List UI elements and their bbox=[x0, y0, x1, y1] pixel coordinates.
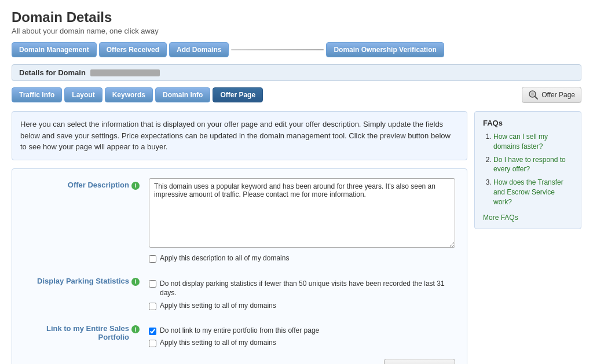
parking-stats-label: Display Parking Statistics i bbox=[24, 274, 140, 286]
parking-stats-label2: Apply this setting to all of my domains bbox=[160, 302, 276, 310]
page-wrapper: Domain Details All about your domain nam… bbox=[0, 0, 593, 364]
link-portfolio-checkbox2[interactable] bbox=[149, 340, 156, 347]
faq-link-2[interactable]: Do I have to respond to every offer? bbox=[493, 156, 566, 174]
parking-stats-row: Display Parking Statistics i Do not disp… bbox=[24, 274, 455, 311]
nav-btn-offers-received[interactable]: Offers Received bbox=[99, 42, 167, 57]
save-row: Save Changes bbox=[24, 359, 455, 364]
nav-btn-domain-management[interactable]: Domain Management bbox=[12, 42, 97, 57]
info-box: Here you can select the information that… bbox=[12, 111, 467, 160]
top-nav: Domain Management Offers Received Add Do… bbox=[12, 42, 581, 57]
info-box-text: Here you can select the information that… bbox=[20, 120, 451, 151]
offer-description-apply-all-label: Apply this description to all of my doma… bbox=[160, 254, 289, 262]
left-content: Here you can select the information that… bbox=[12, 111, 467, 364]
offer-description-label: Offer Description i bbox=[24, 178, 140, 190]
nav-btn-domain-ownership[interactable]: Domain Ownership Verification bbox=[326, 42, 444, 57]
parking-stats-info-icon[interactable]: i bbox=[131, 278, 140, 286]
faq-panel: FAQs How can I sell my domains faster? D… bbox=[474, 111, 581, 229]
parking-stats-checkbox2[interactable] bbox=[149, 303, 156, 310]
tab-keywords[interactable]: Keywords bbox=[105, 87, 153, 102]
parking-stats-checkbox1-row: Do not display parking statistics if few… bbox=[149, 279, 455, 299]
page-title: Domain Details bbox=[12, 9, 581, 25]
link-portfolio-label2: Apply this setting to all of my domains bbox=[160, 339, 276, 347]
svg-line-1 bbox=[535, 97, 538, 100]
parking-stats-label1: Do not display parking statistics if few… bbox=[160, 279, 455, 299]
faq-item-1: How can I sell my domains faster? bbox=[493, 132, 573, 152]
link-portfolio-checkbox1[interactable] bbox=[149, 328, 156, 335]
parking-stats-controls: Do not display parking statistics if few… bbox=[149, 274, 455, 311]
magnifier-icon bbox=[528, 90, 539, 100]
offer-description-controls: This domain uses a popular keyword and h… bbox=[149, 178, 455, 263]
form-panel: Offer Description i This domain uses a p… bbox=[12, 168, 467, 365]
faq-link-1[interactable]: How can I sell my domains faster? bbox=[493, 133, 548, 150]
nav-divider bbox=[231, 49, 324, 50]
domain-details-bar: Details for Domain bbox=[12, 64, 581, 81]
link-portfolio-checkbox1-row: Do not link to my entire portfolio from … bbox=[149, 326, 455, 335]
link-portfolio-controls: Do not link to my entire portfolio from … bbox=[149, 322, 455, 347]
faq-list: How can I sell my domains faster? Do I h… bbox=[483, 132, 573, 207]
faq-title: FAQs bbox=[483, 119, 573, 127]
link-portfolio-checkbox2-row: Apply this setting to all of my domains bbox=[149, 339, 455, 347]
offer-description-textarea[interactable]: This domain uses a popular keyword and h… bbox=[149, 178, 455, 248]
page-header: Domain Details All about your domain nam… bbox=[12, 9, 581, 35]
save-changes-button[interactable]: Save Changes bbox=[384, 359, 455, 364]
secondary-tabs: Traffic Info Layout Keywords Domain Info… bbox=[12, 87, 581, 103]
offer-page-preview-label: Offer Page bbox=[541, 91, 575, 99]
offer-description-info-icon[interactable]: i bbox=[131, 182, 140, 190]
faq-link-3[interactable]: How does the Transfer and Escrow Service… bbox=[493, 178, 563, 206]
link-portfolio-row: Link to my Entire Sales Portfolio i Do n… bbox=[24, 322, 455, 347]
page-subtitle: All about your domain name, one click aw… bbox=[12, 27, 581, 35]
offer-description-apply-all-checkbox[interactable] bbox=[149, 255, 156, 263]
parking-stats-checkbox2-row: Apply this setting to all of my domains bbox=[149, 302, 455, 310]
tab-domain-info[interactable]: Domain Info bbox=[155, 87, 210, 102]
nav-btn-add-domains[interactable]: Add Domains bbox=[169, 42, 229, 57]
link-portfolio-label: Link to my Entire Sales Portfolio i bbox=[24, 322, 140, 341]
link-portfolio-info-icon[interactable]: i bbox=[131, 325, 140, 333]
offer-description-row: Offer Description i This domain uses a p… bbox=[24, 178, 455, 263]
tab-traffic-info[interactable]: Traffic Info bbox=[12, 87, 62, 102]
offer-page-preview-button[interactable]: Offer Page bbox=[522, 87, 581, 103]
more-faqs-link[interactable]: More FAQs bbox=[483, 214, 518, 222]
link-portfolio-label1: Do not link to my entire portfolio from … bbox=[160, 326, 319, 334]
tab-offer-page[interactable]: Offer Page bbox=[213, 87, 263, 102]
tab-layout[interactable]: Layout bbox=[64, 87, 102, 102]
svg-point-2 bbox=[531, 93, 535, 96]
faq-item-3: How does the Transfer and Escrow Service… bbox=[493, 178, 573, 207]
domain-redacted bbox=[90, 69, 160, 76]
parking-stats-checkbox1[interactable] bbox=[149, 280, 156, 288]
main-layout: Here you can select the information that… bbox=[12, 111, 581, 364]
offer-description-apply-all-row: Apply this description to all of my doma… bbox=[149, 254, 455, 263]
faq-item-2: Do I have to respond to every offer? bbox=[493, 155, 573, 175]
domain-details-label: Details for Domain bbox=[19, 68, 86, 77]
